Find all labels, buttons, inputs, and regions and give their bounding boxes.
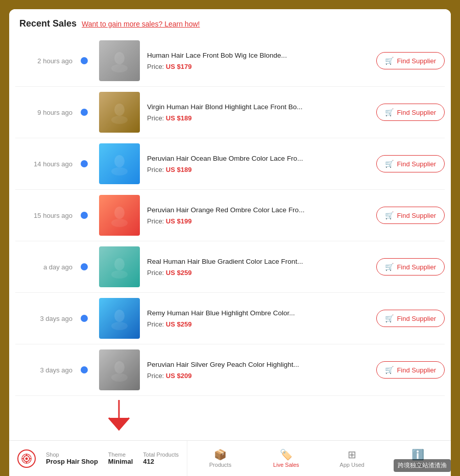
products-tab-icon: 📦 bbox=[214, 449, 227, 460]
content-area: Recent Sales Want to gain more sales? Le… bbox=[9, 9, 451, 440]
theme-block: Theme Minimal bbox=[108, 452, 133, 465]
timeline-dot bbox=[77, 315, 92, 322]
tab-live-sales[interactable]: 🏷️ Live Sales bbox=[253, 441, 319, 476]
theme-value: Minimal bbox=[108, 458, 133, 465]
product-name: Human Hair Lace Front Bob Wig Ice Blonde… bbox=[147, 51, 369, 61]
find-supplier-label: Find Supplier bbox=[397, 160, 436, 168]
bottom-nav: Shop Prosp Hair Shop Theme Minimal Total… bbox=[9, 440, 451, 476]
svg-point-0 bbox=[114, 52, 125, 64]
product-image bbox=[99, 40, 140, 81]
svg-point-1 bbox=[111, 64, 128, 72]
product-price: Price: US $179 bbox=[147, 63, 369, 70]
shop-icon bbox=[17, 449, 36, 468]
product-price: Price: US $209 bbox=[147, 372, 369, 380]
svg-point-4 bbox=[114, 155, 125, 167]
time-label: 15 hours ago bbox=[15, 212, 77, 219]
product-name: Virgin Human Hair Blond Highlight Lace F… bbox=[147, 103, 369, 112]
product-name: Real Human Hair Blue Gradient Color Lace… bbox=[147, 257, 369, 267]
price-value: US $189 bbox=[166, 166, 192, 173]
product-price: Price: US $189 bbox=[147, 166, 369, 173]
timeline-dot bbox=[77, 57, 92, 64]
time-label: 3 days ago bbox=[15, 366, 77, 374]
svg-point-2 bbox=[114, 104, 125, 116]
sale-row: 2 hours ago Human Hair Lace Front Bob Wi… bbox=[15, 35, 445, 87]
find-supplier-button[interactable]: 🛒 Find Supplier bbox=[376, 104, 445, 121]
svg-point-7 bbox=[111, 219, 128, 227]
product-price: Price: US $189 bbox=[147, 114, 369, 122]
supplier-icon: 🛒 bbox=[385, 263, 394, 271]
product-image bbox=[99, 92, 140, 133]
dot-indicator bbox=[81, 366, 88, 373]
supplier-icon: 🛒 bbox=[385, 366, 394, 374]
live-sales-tab-icon: 🏷️ bbox=[280, 449, 293, 460]
time-label: 2 hours ago bbox=[15, 57, 77, 65]
price-value: US $209 bbox=[166, 372, 192, 380]
total-products-block: Total Products 412 bbox=[143, 452, 179, 465]
dot-indicator bbox=[81, 212, 88, 219]
product-price: Price: US $259 bbox=[147, 320, 369, 328]
find-supplier-button[interactable]: 🛒 Find Supplier bbox=[376, 207, 445, 224]
timeline-dot bbox=[77, 366, 92, 373]
svg-point-13 bbox=[111, 373, 128, 382]
product-name: Peruvian Hair Silver Grey Peach Color Hi… bbox=[147, 360, 369, 370]
tab-products[interactable]: 📦 Products bbox=[187, 441, 253, 476]
info-tab-icon: ℹ️ bbox=[411, 449, 424, 460]
product-info: Peruvian Hair Orange Red Ombre Color Lac… bbox=[140, 206, 376, 225]
sale-row: 14 hours ago Peruvian Hair Ocean Blue Om… bbox=[15, 138, 445, 190]
product-image bbox=[99, 143, 140, 184]
product-image bbox=[99, 349, 140, 390]
product-info: Peruvian Hair Ocean Blue Ombre Color Lac… bbox=[140, 154, 376, 173]
find-supplier-button[interactable]: 🛒 Find Supplier bbox=[376, 52, 445, 69]
supplier-icon: 🛒 bbox=[385, 160, 394, 168]
sale-row: 3 days ago Remy Human Hair Blue Highligh… bbox=[15, 293, 445, 344]
supplier-icon: 🛒 bbox=[385, 211, 394, 219]
svg-point-15 bbox=[26, 457, 28, 460]
live-sales-tab-label: Live Sales bbox=[273, 462, 299, 468]
find-supplier-button[interactable]: 🛒 Find Supplier bbox=[376, 361, 445, 379]
gain-sales-link[interactable]: Want to gain more sales? Learn how! bbox=[82, 20, 200, 28]
page-title: Recent Sales bbox=[19, 18, 77, 29]
product-name: Peruvian Hair Orange Red Ombre Color Lac… bbox=[147, 206, 369, 215]
product-name: Peruvian Hair Ocean Blue Ombre Color Lac… bbox=[147, 154, 369, 164]
dot-indicator bbox=[81, 109, 88, 116]
svg-point-3 bbox=[111, 116, 128, 124]
find-supplier-label: Find Supplier bbox=[397, 315, 436, 322]
product-name: Remy Human Hair Blue Highlight Ombre Col… bbox=[147, 309, 369, 318]
product-info: Remy Human Hair Blue Highlight Ombre Col… bbox=[140, 309, 376, 328]
dot-indicator bbox=[81, 315, 88, 322]
timeline-dot bbox=[77, 263, 92, 270]
svg-point-12 bbox=[114, 361, 125, 373]
product-image bbox=[99, 195, 140, 236]
svg-point-8 bbox=[114, 258, 125, 270]
total-products-label: Total Products bbox=[143, 452, 179, 458]
find-supplier-label: Find Supplier bbox=[397, 109, 436, 116]
find-supplier-button[interactable]: 🛒 Find Supplier bbox=[376, 155, 445, 172]
svg-point-5 bbox=[111, 167, 128, 176]
supplier-icon: 🛒 bbox=[385, 108, 394, 116]
theme-label: Theme bbox=[108, 452, 133, 458]
tab-app-used[interactable]: ⊞ App Used bbox=[319, 441, 385, 476]
product-info: Peruvian Hair Silver Grey Peach Color Hi… bbox=[140, 360, 376, 380]
shop-name: Prosp Hair Shop bbox=[46, 458, 98, 465]
main-panel: Recent Sales Want to gain more sales? Le… bbox=[9, 9, 451, 476]
find-supplier-label: Find Supplier bbox=[397, 366, 436, 374]
supplier-icon: 🛒 bbox=[385, 57, 394, 65]
product-image bbox=[99, 298, 140, 339]
find-supplier-button[interactable]: 🛒 Find Supplier bbox=[376, 310, 445, 327]
find-supplier-button[interactable]: 🛒 Find Supplier bbox=[376, 258, 445, 275]
sales-list: 2 hours ago Human Hair Lace Front Bob Wi… bbox=[9, 35, 451, 396]
product-price: Price: US $259 bbox=[147, 269, 369, 277]
supplier-icon: 🛒 bbox=[385, 314, 394, 322]
time-label: 3 days ago bbox=[15, 315, 77, 322]
product-image bbox=[99, 246, 140, 287]
product-info: Real Human Hair Blue Gradient Color Lace… bbox=[140, 257, 376, 277]
price-value: US $199 bbox=[166, 217, 192, 225]
app-used-tab-icon: ⊞ bbox=[348, 449, 356, 460]
time-label: 14 hours ago bbox=[15, 160, 77, 168]
price-value: US $259 bbox=[166, 269, 192, 277]
shop-label: Shop bbox=[46, 452, 98, 458]
shop-info: Shop Prosp Hair Shop Theme Minimal Total… bbox=[9, 441, 187, 476]
product-info: Human Hair Lace Front Bob Wig Ice Blonde… bbox=[140, 51, 376, 70]
find-supplier-label: Find Supplier bbox=[397, 263, 436, 271]
time-label: a day ago bbox=[15, 263, 77, 271]
